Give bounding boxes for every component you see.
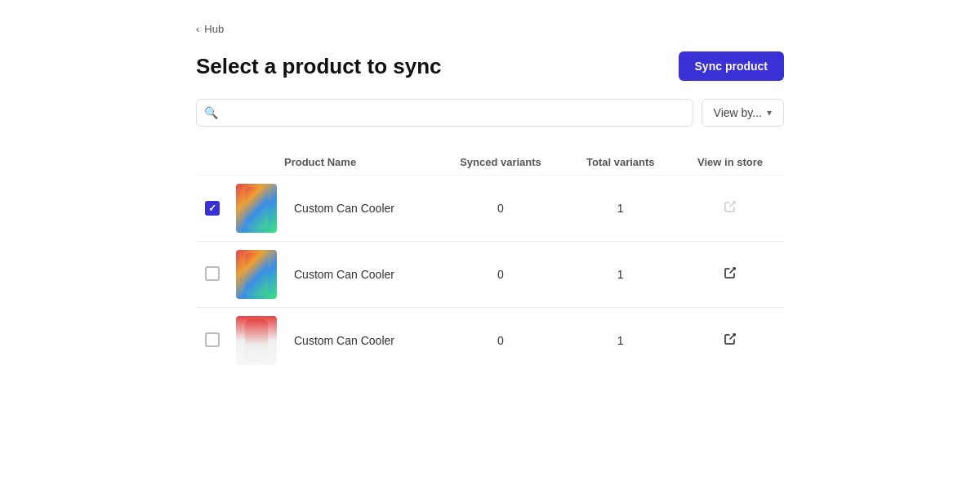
col-view-in-store: View in store (676, 149, 784, 176)
checkbox-cell (196, 242, 229, 308)
svg-line-2 (730, 335, 735, 340)
product-thumbnail-cell (229, 308, 284, 374)
thumbnail-shape (245, 253, 268, 296)
external-link-icon[interactable] (724, 332, 737, 349)
breadcrumb-arrow-icon: ‹ (196, 23, 199, 35)
product-name-cell: Custom Can Cooler (284, 308, 436, 374)
product-thumbnail-cell (229, 242, 284, 308)
synced-variants-cell: 0 (436, 242, 564, 308)
product-thumbnail (236, 316, 277, 365)
view-by-label: View by... (714, 106, 762, 119)
product-thumbnail (236, 184, 277, 233)
total-variants-cell: 1 (565, 242, 677, 308)
product-thumbnail (236, 250, 277, 299)
col-synced-variants: Synced variants (436, 149, 564, 176)
table-header-row: Product Name Synced variants Total varia… (196, 149, 784, 176)
breadcrumb-label: Hub (204, 23, 224, 35)
view-in-store-cell[interactable] (676, 242, 784, 308)
product-name-cell: Custom Can Cooler (284, 242, 436, 308)
col-image (229, 149, 284, 176)
page-container: ‹ Hub Select a product to sync Sync prod… (163, 0, 817, 396)
view-in-store-cell (676, 176, 784, 242)
col-checkbox (196, 149, 229, 176)
external-link-icon[interactable] (724, 266, 737, 283)
total-variants-cell: 1 (565, 176, 677, 242)
search-wrapper: 🔍 (196, 99, 693, 127)
breadcrumb[interactable]: ‹ Hub (196, 23, 784, 35)
col-total-variants: Total variants (565, 149, 677, 176)
view-by-button[interactable]: View by... ▾ (702, 99, 784, 127)
row-checkbox[interactable] (205, 201, 220, 216)
view-in-store-cell[interactable] (676, 308, 784, 374)
total-variants-cell: 1 (565, 308, 677, 374)
table-row: Custom Can Cooler01 (196, 242, 784, 308)
col-product-name: Product Name (284, 149, 436, 176)
svg-line-1 (730, 269, 735, 274)
products-table: Product Name Synced variants Total varia… (196, 149, 784, 373)
toolbar: 🔍 View by... ▾ (196, 99, 784, 127)
synced-variants-cell: 0 (436, 176, 564, 242)
header-row: Select a product to sync Sync product (196, 51, 784, 81)
chevron-down-icon: ▾ (767, 107, 772, 118)
row-checkbox[interactable] (205, 266, 220, 281)
synced-variants-cell: 0 (436, 308, 564, 374)
search-input[interactable] (196, 99, 693, 127)
sync-product-button[interactable]: Sync product (679, 51, 784, 81)
search-icon: 🔍 (204, 106, 218, 119)
checkbox-cell (196, 308, 229, 374)
page-title: Select a product to sync (196, 54, 442, 79)
thumbnail-shape (245, 319, 268, 362)
thumbnail-shape (245, 187, 268, 229)
row-checkbox[interactable] (205, 332, 220, 347)
table-row: Custom Can Cooler01 (196, 308, 784, 374)
svg-line-0 (730, 203, 735, 207)
external-link-icon-disabled (724, 200, 737, 216)
product-name-cell: Custom Can Cooler (284, 176, 436, 242)
product-thumbnail-cell (229, 176, 284, 242)
checkbox-cell (196, 176, 229, 242)
table-row: Custom Can Cooler01 (196, 176, 784, 242)
